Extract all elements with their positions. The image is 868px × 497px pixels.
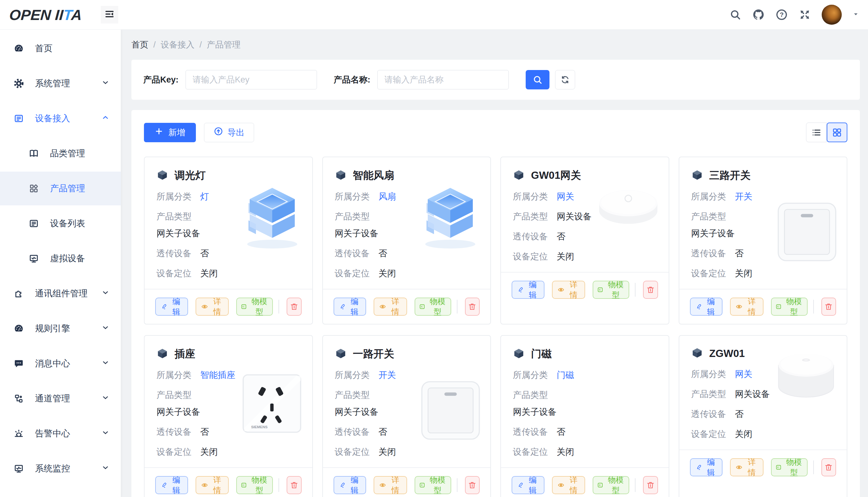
plus-icon xyxy=(155,127,163,138)
delete-button[interactable] xyxy=(822,298,836,316)
sidebar-item-device-access[interactable]: 设备接入 xyxy=(0,102,121,136)
alarm-icon xyxy=(14,428,24,439)
edit-button[interactable]: 编辑 xyxy=(512,476,545,494)
breadcrumb-home[interactable]: 首页 xyxy=(132,39,148,50)
field-value: 关闭 xyxy=(378,446,396,458)
card-actions: 编辑 详情 物模型 xyxy=(144,467,312,497)
product-card: 三路开关 所属分类开关 产品类型网关子设备 透传设备否 设备定位关闭 xyxy=(679,157,848,325)
thing-model-button[interactable]: 物模型 xyxy=(415,298,451,316)
export-button[interactable]: 导出 xyxy=(204,123,254,142)
detail-button[interactable]: 详情 xyxy=(730,458,763,477)
delete-button[interactable] xyxy=(822,458,836,477)
sidebar-item-rule-engine[interactable]: 规则引擎 xyxy=(0,312,121,345)
breadcrumb-device-access[interactable]: 设备接入 xyxy=(161,39,195,50)
sidebar-item-system[interactable]: 系统管理 xyxy=(0,67,121,100)
sidebar-item-home[interactable]: 首页 xyxy=(0,31,121,65)
grid-view-button[interactable] xyxy=(827,123,848,142)
refresh-button[interactable] xyxy=(555,70,575,89)
delete-button[interactable] xyxy=(643,281,658,299)
detail-button[interactable]: 详情 xyxy=(196,476,229,494)
thing-model-button[interactable]: 物模型 xyxy=(593,281,629,299)
sidebar-nav: 首页 系统管理 设备接入 品类管理 产品管理 设备列表 xyxy=(0,30,121,497)
gear-icon xyxy=(14,79,24,88)
category-link[interactable]: 开关 xyxy=(378,369,396,381)
thing-model-button[interactable]: 物模型 xyxy=(236,476,273,494)
field-label: 所属分类 xyxy=(691,368,726,380)
detail-button[interactable]: 详情 xyxy=(374,298,407,316)
product-name-input[interactable] xyxy=(377,70,509,89)
field-label: 产品类型 xyxy=(335,212,370,221)
thing-model-button[interactable]: 物模型 xyxy=(771,458,808,477)
delete-button[interactable] xyxy=(287,476,301,494)
edit-button[interactable]: 编辑 xyxy=(333,476,367,494)
delete-button[interactable] xyxy=(465,298,480,316)
caret-down-icon[interactable] xyxy=(852,11,859,19)
detail-button[interactable]: 详情 xyxy=(552,281,585,299)
field-value: 网关设备 xyxy=(557,211,592,223)
sidebar-item-channel-mgmt[interactable]: 通道管理 xyxy=(0,382,121,415)
category-link[interactable]: 智能插座 xyxy=(200,369,235,381)
product-key-input[interactable] xyxy=(185,70,317,89)
field-value: 否 xyxy=(557,426,565,438)
detail-button[interactable]: 详情 xyxy=(552,476,585,494)
collapse-menu-icon xyxy=(104,9,115,20)
category-link[interactable]: 网关 xyxy=(735,368,753,380)
book-icon xyxy=(29,148,39,158)
search-button[interactable] xyxy=(526,70,550,89)
sidebar-collapse-button[interactable] xyxy=(101,6,118,24)
product-name: GW01网关 xyxy=(531,169,581,183)
fullscreen-icon[interactable] xyxy=(799,9,811,21)
list-toolbar: 新增 导出 xyxy=(144,123,848,142)
thing-model-button[interactable]: 物模型 xyxy=(415,476,451,494)
edit-button[interactable]: 编辑 xyxy=(690,458,723,477)
thing-model-button[interactable]: 物模型 xyxy=(236,298,273,316)
sidebar-item-device-list[interactable]: 设备列表 xyxy=(0,207,121,240)
field-label: 设备定位 xyxy=(156,268,192,280)
sidebar-item-product-mgmt[interactable]: 产品管理 xyxy=(0,172,121,205)
add-product-button[interactable]: 新增 xyxy=(144,123,196,142)
divider xyxy=(457,478,457,492)
sidebar-item-message-center[interactable]: 消息中心 xyxy=(0,347,121,380)
sidebar-item-category-mgmt[interactable]: 品类管理 xyxy=(0,137,121,170)
sidebar-item-label: 通讯组件管理 xyxy=(35,287,87,299)
chevron-up-icon xyxy=(101,113,110,124)
sidebar-item-system-monitor[interactable]: 系统监控 xyxy=(0,452,121,485)
product-name: 调光灯 xyxy=(175,169,206,183)
edit-button[interactable]: 编辑 xyxy=(155,298,188,316)
field-label: 设备定位 xyxy=(513,446,548,458)
field-label: 所属分类 xyxy=(513,369,548,381)
detail-button[interactable]: 详情 xyxy=(374,476,407,494)
sidebar-item-comm-components[interactable]: 通讯组件管理 xyxy=(0,276,121,310)
search-icon[interactable] xyxy=(729,9,742,21)
delete-button[interactable] xyxy=(465,476,480,494)
category-link[interactable]: 网关 xyxy=(557,191,574,202)
sidebar-item-alarm-center[interactable]: 告警中心 xyxy=(0,417,121,451)
edit-button[interactable]: 编辑 xyxy=(333,298,367,316)
field-label: 设备定位 xyxy=(335,268,370,280)
user-avatar[interactable] xyxy=(822,5,842,25)
edit-button[interactable]: 编辑 xyxy=(155,476,188,494)
sidebar-item-system-tools[interactable]: 系统工具 xyxy=(0,487,121,497)
divider xyxy=(635,478,635,492)
detail-button[interactable]: 详情 xyxy=(730,298,763,316)
category-link[interactable]: 风扇 xyxy=(378,191,396,202)
github-icon[interactable] xyxy=(752,9,765,21)
detail-button[interactable]: 详情 xyxy=(196,298,229,316)
category-link[interactable]: 开关 xyxy=(735,191,753,202)
category-link[interactable]: 灯 xyxy=(200,191,209,202)
thing-model-button[interactable]: 物模型 xyxy=(771,298,808,316)
sidebar-item-virtual-device[interactable]: 虚拟设备 xyxy=(0,242,121,275)
product-cube-icon xyxy=(335,169,347,182)
help-icon[interactable]: ? xyxy=(775,9,788,21)
delete-button[interactable] xyxy=(287,298,301,316)
gauge-icon xyxy=(14,324,24,333)
product-grid-icon xyxy=(29,184,39,194)
puzzle-icon xyxy=(14,288,24,299)
delete-button[interactable] xyxy=(643,476,658,494)
thing-model-button[interactable]: 物模型 xyxy=(593,476,629,494)
category-link[interactable]: 门磁 xyxy=(557,369,574,381)
chevron-down-icon xyxy=(101,464,110,474)
edit-button[interactable]: 编辑 xyxy=(512,281,545,299)
edit-button[interactable]: 编辑 xyxy=(690,298,723,316)
list-view-button[interactable] xyxy=(806,123,827,142)
